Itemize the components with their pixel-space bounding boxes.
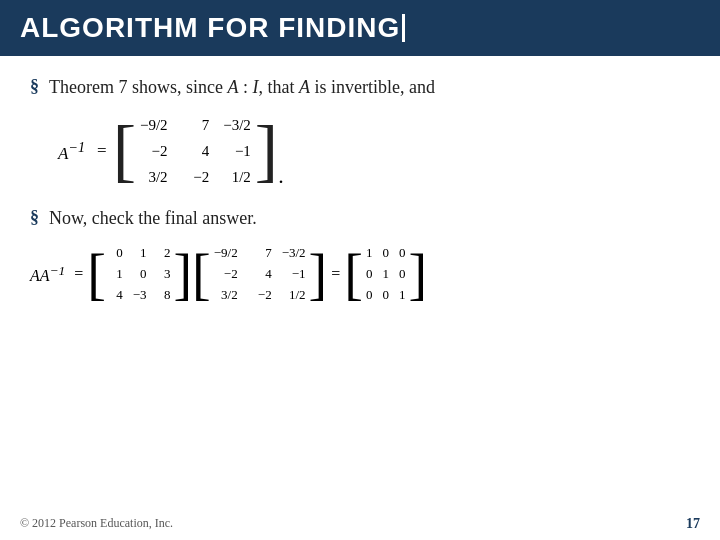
ai-r1c2: 7 (248, 243, 272, 263)
text-after: , that (258, 77, 299, 97)
matrix-content-1: −9/2 7 −3/2 −2 4 −1 3/2 −2 1/2 (136, 111, 255, 191)
bullet-symbol-1: § (30, 76, 39, 97)
rb-A: ] (173, 246, 192, 302)
i-r1c3: 0 (399, 243, 406, 263)
bullet-symbol-2: § (30, 207, 39, 228)
i-r3c3: 1 (399, 285, 406, 305)
ai-r3c2: −2 (248, 285, 272, 305)
text-colon: : (238, 77, 252, 97)
a-r2c3: 3 (157, 264, 171, 284)
text-theorem: Theorem 7 shows, since (49, 77, 227, 97)
i-r2c2: 1 (382, 264, 389, 284)
a-r3c2: −3 (133, 285, 147, 305)
ai-r2c1: −2 (214, 264, 238, 284)
bullet-text-1: Theorem 7 shows, since A : I, that A is … (49, 74, 435, 101)
lb-Ainv: [ (192, 246, 211, 302)
matrix-Ainv-eq: −9/2 7 −3/2 −2 4 −1 3/2 −2 1/2 (211, 242, 309, 306)
eq-equals-sign: = (74, 265, 83, 283)
a-r3c3: 8 (157, 285, 171, 305)
m1r3c1: 3/2 (140, 165, 168, 189)
left-bracket-1: [ (113, 116, 136, 186)
m1r1c1: −9/2 (140, 113, 168, 137)
rb-Ainv: ] (309, 246, 328, 302)
period-1: . (278, 163, 284, 189)
matrix-ainverse: A−1 = [ −9/2 7 −3/2 −2 4 −1 3/2 −2 1/2 ]… (58, 111, 690, 191)
ai-r2c3: −1 (282, 264, 306, 284)
i-r2c3: 0 (399, 264, 406, 284)
i-r3c1: 0 (366, 285, 373, 305)
m1r2c3: −1 (223, 139, 251, 163)
m1r1c2: 7 (182, 113, 210, 137)
i-r1c1: 1 (366, 243, 373, 263)
footer-copyright: © 2012 Pearson Education, Inc. (20, 516, 173, 532)
a-r3c1: 4 (109, 285, 123, 305)
ai-r3c1: 3/2 (214, 285, 238, 305)
footer-page-number: 17 (686, 516, 700, 532)
i-r1c2: 0 (382, 243, 389, 263)
text-A2: A (299, 77, 310, 97)
a-r1c3: 2 (157, 243, 171, 263)
ai-r1c1: −9/2 (214, 243, 238, 263)
result-equals: = (331, 265, 340, 283)
m1r3c2: −2 (182, 165, 210, 189)
ai-r3c3: 1/2 (282, 285, 306, 305)
title-bar: ALGORITHM FOR FINDING (0, 0, 720, 56)
matrix-I-eq: 1 0 0 0 1 0 0 0 1 (363, 242, 409, 306)
m1r3c3: 1/2 (223, 165, 251, 189)
lb-A: [ (87, 246, 106, 302)
rb-I: ] (408, 246, 427, 302)
slide: ALGORITHM FOR FINDING § Theorem 7 shows,… (0, 0, 720, 540)
m1r1c3: −3/2 (223, 113, 251, 137)
a-r1c2: 1 (133, 243, 147, 263)
a-r2c1: 1 (109, 264, 123, 284)
right-bracket-1: ] (255, 116, 278, 186)
i-r3c2: 0 (382, 285, 389, 305)
cursor (402, 14, 405, 42)
bullet-text-2: Now, check the final answer. (49, 205, 257, 232)
m1r2c1: −2 (140, 139, 168, 163)
matrix-A-eq: 0 1 2 1 0 3 4 −3 8 (106, 242, 174, 306)
equals-1: = (97, 141, 107, 161)
ai-r1c3: −3/2 (282, 243, 306, 263)
footer: © 2012 Pearson Education, Inc. 17 (0, 516, 720, 532)
text-end: is invertible, and (310, 77, 435, 97)
m1r2c2: 4 (182, 139, 210, 163)
bullet-1: § Theorem 7 shows, since A : I, that A i… (30, 74, 690, 101)
ai-r2c2: 4 (248, 264, 272, 284)
matrix-label: A−1 (58, 139, 85, 164)
content-area: § Theorem 7 shows, since A : I, that A i… (0, 56, 720, 320)
text-A1: A (227, 77, 238, 97)
lb-I: [ (344, 246, 363, 302)
slide-title: ALGORITHM FOR FINDING (20, 12, 400, 44)
i-r2c1: 0 (366, 264, 373, 284)
bullet-2: § Now, check the final answer. (30, 205, 690, 232)
a-r1c1: 0 (109, 243, 123, 263)
a-r2c2: 0 (133, 264, 147, 284)
eq-label: AA−1 (30, 263, 65, 285)
matrix-equation-row: AA−1 = [ 0 1 2 1 0 3 4 −3 8 ] [ −9/2 7 (30, 242, 690, 306)
